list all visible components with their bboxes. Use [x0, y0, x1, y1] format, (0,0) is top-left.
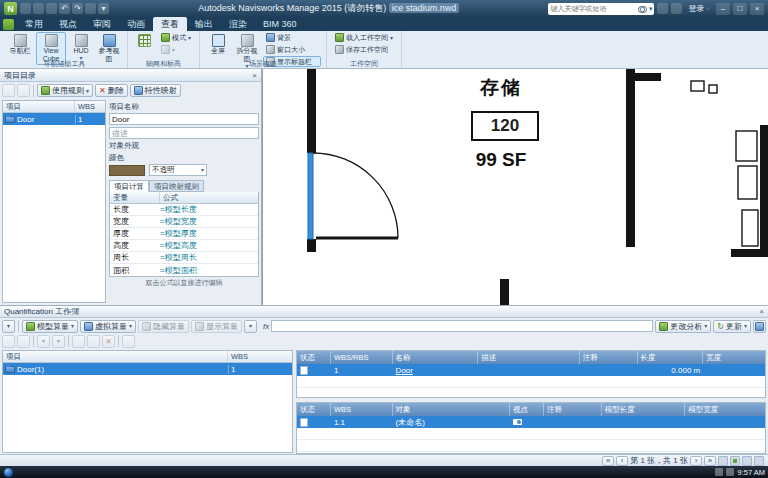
tray-hidden-icons[interactable] — [715, 468, 723, 476]
search-icon[interactable] — [638, 6, 647, 12]
item-description-field[interactable] — [109, 127, 259, 139]
fullscreen-button[interactable]: 全屏 — [205, 32, 231, 57]
next-sheet-button[interactable]: › — [690, 456, 702, 466]
new-item-icon[interactable] — [17, 84, 30, 97]
hide-takeoff-button[interactable]: 隐藏算量 — [138, 320, 189, 333]
close-button[interactable]: × — [750, 3, 764, 15]
name-link-cell[interactable]: Door — [393, 364, 479, 376]
move-up-icon[interactable] — [72, 335, 85, 348]
col-status[interactable]: 状态 — [297, 403, 331, 416]
model-takeoff-button[interactable]: 模型算量 ▾ — [22, 320, 78, 333]
qat-dropdown-icon[interactable]: ▾ — [98, 3, 109, 14]
new-group-icon[interactable] — [2, 84, 15, 97]
tab-view[interactable]: 查看 — [153, 17, 187, 31]
show-grid-button[interactable] — [133, 32, 155, 49]
grid-mode-button[interactable]: 模式 ▾ — [158, 32, 194, 43]
undo-icon[interactable]: ↶ — [59, 3, 70, 14]
catalog-col-wbs[interactable]: WBS — [75, 101, 105, 112]
item-catalog-close-icon[interactable]: × — [252, 71, 257, 80]
delete-button[interactable]: ✕ 删除 — [95, 84, 128, 97]
search-box[interactable]: ▾ — [548, 3, 654, 15]
open-icon[interactable] — [20, 3, 31, 14]
catalog-tree-row-door[interactable]: Door 1 — [3, 113, 105, 125]
selected-door-leaf[interactable] — [308, 153, 313, 239]
tab-render[interactable]: 渲染 — [221, 17, 255, 31]
grid-levels-button[interactable]: ▾ — [158, 44, 194, 55]
formula-row[interactable]: 面积=模型面积 — [110, 264, 258, 276]
col-viewpoint[interactable]: 视点 — [510, 403, 544, 416]
redo-icon[interactable]: ↷ — [72, 3, 83, 14]
navigation-bar-button[interactable]: 导航栏 — [7, 32, 33, 57]
item-summary-row[interactable]: 1 Door 0.000 m — [297, 364, 765, 376]
tab-bim360[interactable]: BIM 360 — [255, 17, 305, 31]
show-takeoff-button[interactable]: 显示算量 — [191, 320, 242, 333]
col-object[interactable]: 对象 — [393, 403, 510, 416]
quantification-close-icon[interactable]: × — [759, 307, 764, 316]
tab-review[interactable]: 审阅 — [85, 17, 119, 31]
formula-row[interactable]: 周长=模型周长 — [110, 252, 258, 264]
color-swatch[interactable] — [109, 165, 145, 176]
col-model-length[interactable]: 模型长度 — [602, 403, 686, 416]
save-workspace-button[interactable]: 保存工作空间 — [332, 44, 396, 55]
col-wbs[interactable]: WBS — [331, 403, 393, 416]
update-button[interactable]: ↻ 更新 ▾ — [713, 320, 751, 333]
takeoff-new-group-icon[interactable] — [2, 335, 15, 348]
viewpoint-cell[interactable] — [510, 416, 544, 428]
col-model-width[interactable]: 模型宽度 — [685, 403, 765, 416]
change-analysis-button[interactable]: 更改分析 ▾ — [655, 320, 711, 333]
catalog-col-item[interactable]: 项目 — [3, 101, 75, 112]
app-logo-icon[interactable]: N — [4, 2, 17, 15]
col-length[interactable]: 长度 — [638, 351, 704, 364]
delete-row-icon[interactable]: ✕ — [102, 335, 115, 348]
print-icon[interactable] — [46, 3, 57, 14]
minimize-button[interactable]: – — [716, 3, 730, 15]
formula-row[interactable]: 高度=模型高度 — [110, 240, 258, 252]
previous-sheet-button[interactable]: ‹ — [616, 456, 628, 466]
opacity-dropdown[interactable]: 不透明 ▾ — [149, 164, 207, 176]
formula-bar-input[interactable] — [271, 320, 653, 332]
col-width[interactable]: 宽度 — [703, 351, 765, 364]
col-name[interactable]: 名称 — [393, 351, 479, 364]
favorites-icon[interactable] — [657, 3, 668, 14]
last-sheet-button[interactable]: » — [704, 456, 716, 466]
move-down-icon[interactable] — [87, 335, 100, 348]
col-comments[interactable]: 注释 — [544, 403, 602, 416]
window-size-button[interactable]: 窗口大小 — [263, 44, 321, 55]
virtual-takeoff-button[interactable]: 虚拟算量 ▾ — [80, 320, 136, 333]
search-input[interactable] — [550, 5, 635, 12]
tab-item-calculation[interactable]: 项目计算 — [109, 180, 149, 192]
col-comments[interactable]: 注释 — [580, 351, 638, 364]
first-sheet-button[interactable]: « — [602, 456, 614, 466]
item-name-field[interactable] — [109, 113, 259, 125]
background-button[interactable]: 背景 — [263, 32, 321, 43]
tab-home[interactable]: 常用 — [17, 17, 51, 31]
col-wbs-rbs[interactable]: WBS/RBS — [331, 351, 393, 364]
search-dropdown-icon[interactable]: ▾ — [649, 5, 653, 13]
maximize-button[interactable]: □ — [733, 3, 747, 15]
property-mapping-button[interactable]: 特性映射 — [130, 84, 181, 97]
application-menu-icon[interactable] — [3, 19, 14, 30]
formula-row[interactable]: 宽度=模型宽度 — [110, 216, 258, 228]
sign-in-button[interactable]: 登录 ▾ — [685, 3, 713, 14]
start-button[interactable] — [3, 467, 14, 478]
takeoff-col-wbs[interactable]: WBS — [228, 351, 292, 362]
formula-row[interactable]: 长度=模型长度 — [110, 204, 258, 216]
takeoff-col-item[interactable]: 项目 — [3, 351, 228, 362]
object-detail-row[interactable]: 1.1 (未命名) — [297, 416, 765, 428]
save-icon[interactable] — [33, 3, 44, 14]
catalog-menu-icon[interactable]: ▾ — [2, 320, 15, 333]
tab-viewpoint[interactable]: 视点 — [51, 17, 85, 31]
filter-selected-icon[interactable] — [122, 335, 135, 348]
tab-animation[interactable]: 动画 — [119, 17, 153, 31]
load-workspace-button[interactable]: 载入工作空间 ▾ — [332, 32, 396, 43]
indent-icon[interactable]: ▾ — [37, 335, 50, 348]
scene-view-canvas[interactable]: 存储 120 99 SF — [262, 69, 768, 305]
rollup-menu-icon[interactable]: ▾ — [244, 320, 257, 333]
use-rule-button[interactable]: 使用规则 ▾ — [37, 84, 93, 97]
takeoff-new-item-icon[interactable] — [17, 335, 30, 348]
info-center-icon[interactable] — [671, 3, 682, 14]
takeoff-tree-row-door[interactable]: Door(1) 1 — [3, 363, 292, 375]
outdent-icon[interactable]: ▾ — [52, 335, 65, 348]
col-status[interactable]: 状态 — [297, 351, 331, 364]
tray-network-icon[interactable] — [726, 468, 734, 476]
